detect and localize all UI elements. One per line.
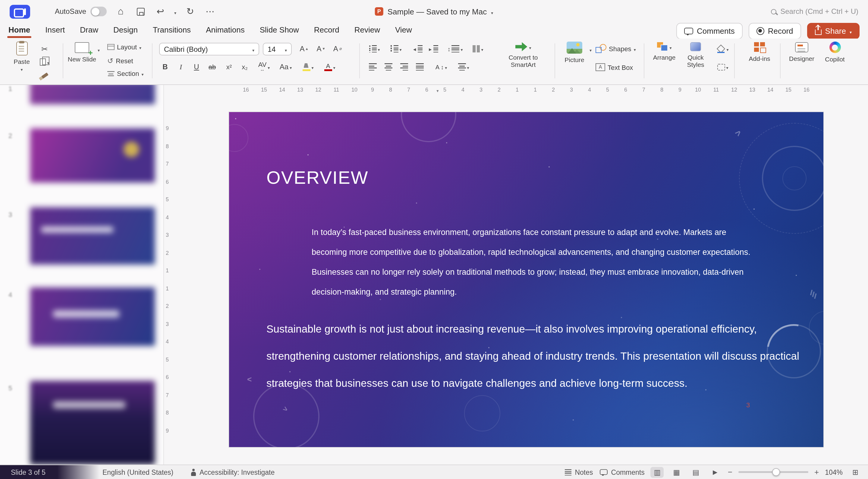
slide-thumbnail-2[interactable] — [30, 128, 155, 183]
tab-home[interactable]: Home — [8, 23, 30, 38]
align-right-button[interactable] — [397, 60, 411, 73]
zoom-level[interactable]: 104% — [825, 469, 843, 476]
increase-font-size-button[interactable]: A▴ — [297, 42, 311, 56]
vertical-ruler[interactable]: 987654321123456789 — [164, 95, 173, 465]
tab-view[interactable]: View — [395, 23, 412, 38]
indent-marker-icon[interactable]: ▼ — [436, 89, 439, 93]
fit-slide-to-window-button[interactable] — [849, 467, 862, 478]
zoom-slider[interactable] — [738, 471, 808, 473]
slideshow-button[interactable] — [709, 467, 722, 478]
save-button[interactable] — [134, 5, 147, 18]
redo-button[interactable] — [184, 5, 196, 18]
text-highlight-button[interactable] — [299, 60, 317, 73]
slide-emphasis-paragraph[interactable]: Sustainable growth is not just about inc… — [267, 316, 809, 397]
undo-chevron-icon[interactable] — [174, 6, 176, 17]
slide-thumbnail-3[interactable] — [30, 207, 155, 264]
new-slide-chevron-icon[interactable] — [98, 46, 100, 53]
zoom-slider-knob[interactable] — [772, 468, 780, 476]
subscript-button[interactable]: x₂ — [238, 60, 252, 73]
copy-button[interactable] — [37, 56, 52, 69]
designer-button[interactable]: Designer — [786, 42, 817, 62]
character-spacing-button[interactable]: AV — [254, 60, 274, 73]
justify-button[interactable] — [412, 60, 427, 73]
tab-record[interactable]: Record — [314, 23, 339, 38]
text-box-button[interactable]: Text Box — [595, 63, 633, 71]
accessibility-status[interactable]: Accessibility: Investigate — [190, 465, 275, 479]
arrange-button[interactable]: Arrange — [650, 42, 679, 61]
notes-button[interactable]: Notes — [564, 465, 593, 479]
more-commands-button[interactable] — [204, 5, 216, 18]
tab-design[interactable]: Design — [113, 23, 138, 38]
search-bar[interactable]: Search (Cmd + Ctrl + U) — [771, 7, 858, 16]
slide-thumbnail-1[interactable] — [30, 85, 155, 104]
title-chevron-icon[interactable] — [491, 7, 493, 16]
clear-formatting-button[interactable]: A⌀ — [330, 42, 345, 56]
comments-button[interactable]: Comments — [676, 23, 743, 39]
add-ins-button[interactable]: Add-ins — [743, 42, 776, 62]
align-left-button[interactable] — [365, 60, 380, 73]
strikethrough-button[interactable]: ab — [205, 60, 219, 73]
slide-page-number[interactable]: 3 — [746, 401, 750, 409]
columns-button[interactable] — [469, 42, 487, 56]
increase-indent-button[interactable] — [427, 42, 441, 56]
copilot-button[interactable]: Copilot — [820, 41, 850, 63]
language-selector[interactable]: English (United States) — [102, 465, 173, 479]
autosave-toggle[interactable] — [90, 7, 107, 16]
zoom-in-button[interactable]: + — [814, 468, 819, 477]
picture-button[interactable]: Picture — [561, 41, 588, 63]
underline-button[interactable]: U — [189, 60, 204, 73]
slide-sorter-view-button[interactable] — [670, 467, 683, 478]
font-color-button[interactable]: A — [321, 60, 339, 73]
line-spacing-button[interactable] — [445, 42, 465, 56]
share-button[interactable]: Share — [807, 23, 860, 39]
reset-button[interactable]: Reset — [107, 57, 133, 65]
decrease-indent-button[interactable] — [411, 42, 426, 56]
tab-draw[interactable]: Draw — [80, 23, 98, 38]
tab-transitions[interactable]: Transitions — [153, 23, 191, 38]
slide-thumbnail-5[interactable] — [30, 381, 155, 465]
align-text-button[interactable] — [455, 60, 472, 73]
bullets-button[interactable] — [365, 42, 383, 56]
format-painter-button[interactable] — [37, 69, 52, 82]
text-direction-button[interactable]: A — [432, 60, 451, 73]
normal-view-button[interactable] — [651, 467, 664, 478]
font-name-select[interactable]: Calibri (Body) — [159, 43, 259, 56]
numbering-button[interactable] — [387, 42, 405, 56]
shape-outline-button[interactable] — [714, 60, 732, 73]
slide-title[interactable]: OVERVIEW — [267, 167, 368, 188]
app-window-icon[interactable] — [10, 4, 30, 19]
quick-styles-button[interactable]: Quick Styles — [682, 42, 709, 68]
shape-fill-button[interactable] — [714, 42, 732, 56]
statusbar-comments-button[interactable]: Comments — [599, 465, 645, 479]
tab-review[interactable]: Review — [354, 23, 380, 38]
tab-animations[interactable]: Animations — [206, 23, 245, 38]
reading-view-button[interactable] — [689, 467, 703, 478]
paste-chevron-icon[interactable] — [21, 65, 23, 72]
slide-body-paragraph[interactable]: In today’s fast-paced business environme… — [312, 222, 758, 302]
section-button[interactable]: Section — [107, 70, 144, 77]
font-size-select[interactable]: 14 — [263, 43, 292, 56]
bold-button[interactable]: B — [158, 60, 173, 73]
italic-button[interactable]: I — [174, 60, 188, 73]
new-slide-button[interactable]: New Slide — [67, 42, 96, 63]
shapes-button[interactable]: Shapes — [595, 44, 636, 53]
slide-thumbnail-panel[interactable]: 12345 — [0, 85, 164, 465]
align-center-button[interactable] — [381, 60, 396, 73]
cut-button[interactable] — [37, 42, 52, 56]
tab-insert[interactable]: Insert — [45, 23, 65, 38]
decrease-font-size-button[interactable]: A▾ — [313, 42, 328, 56]
change-case-button[interactable]: Aa — [276, 60, 296, 73]
document-title-area[interactable]: Sample — Saved to my Mac — [375, 7, 493, 16]
slide-canvas[interactable]: > < > OVERVIEW In today’s fast-paced bus… — [229, 112, 824, 447]
convert-to-smartart-button[interactable]: Convert to SmartArt — [495, 42, 551, 68]
paste-button[interactable]: Paste — [8, 41, 35, 72]
superscript-button[interactable]: x² — [222, 60, 236, 73]
zoom-out-button[interactable]: − — [728, 468, 733, 477]
undo-button[interactable] — [154, 5, 166, 18]
picture-chevron-icon[interactable] — [590, 46, 592, 53]
tab-slide-show[interactable]: Slide Show — [260, 23, 299, 38]
horizontal-ruler[interactable]: ▼ 16151413121110987654321123456789101112… — [164, 85, 868, 95]
record-button[interactable]: Record — [749, 23, 801, 39]
home-icon[interactable] — [115, 5, 127, 18]
slide-thumbnail-4[interactable] — [30, 287, 155, 346]
